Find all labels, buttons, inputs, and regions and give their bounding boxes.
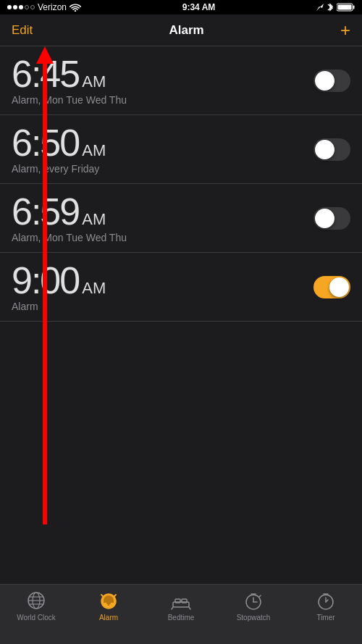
alarm-time-digits: 9:00	[12, 262, 79, 299]
svg-line-20	[172, 607, 173, 609]
alarm-item[interactable]: 6:59 AM Alarm, Mon Tue Wed Thu	[0, 184, 362, 253]
toggle-knob	[315, 209, 334, 228]
tab-world-clock[interactable]: World Clock	[0, 590, 72, 622]
battery-icon	[337, 3, 355, 12]
status-left: Verizon	[7, 2, 81, 12]
alarm-time: 6:59 AM	[12, 193, 313, 230]
alarm-label: Alarm, every Friday	[12, 163, 313, 175]
alarm-info: 6:45 AM Alarm, Mon Tue Wed Thu	[12, 55, 313, 106]
alarm-toggle[interactable]	[313, 138, 350, 161]
toggle-knob	[315, 140, 334, 159]
dot-3	[19, 5, 23, 9]
stopwatch-icon	[243, 590, 264, 611]
bedtime-label: Bedtime	[168, 614, 195, 622]
svg-line-21	[189, 607, 190, 609]
svg-line-27	[259, 595, 261, 597]
alarm-time: 6:45 AM	[12, 55, 313, 93]
bluetooth-icon	[327, 2, 334, 12]
alarm-label: Alarm, Mon Tue Wed Thu	[12, 232, 313, 243]
alarm-ampm: AM	[82, 210, 106, 229]
tab-stopwatch[interactable]: Stopwatch	[217, 590, 290, 622]
bedtime-icon	[171, 590, 191, 611]
edit-button[interactable]: Edit	[12, 23, 33, 38]
alarm-item[interactable]: 6:45 AM Alarm, Mon Tue Wed Thu	[0, 46, 362, 115]
status-right	[316, 2, 355, 12]
alarm-toggle[interactable]	[313, 207, 350, 230]
page-title: Alarm	[169, 23, 204, 38]
add-alarm-button[interactable]: +	[340, 22, 350, 39]
alarm-time: 6:50 AM	[12, 124, 313, 162]
svg-rect-3	[337, 5, 351, 10]
timer-icon	[316, 590, 336, 611]
alarm-toggle[interactable]	[313, 70, 350, 92]
tab-bedtime[interactable]: Bedtime	[145, 590, 217, 622]
alarm-label: Alarm, Mon Tue Wed Thu	[12, 94, 313, 106]
alarm-time-digits: 6:45	[12, 55, 79, 93]
alarm-ampm: AM	[82, 141, 106, 160]
stopwatch-label: Stopwatch	[237, 614, 271, 622]
svg-line-15	[101, 595, 104, 597]
svg-line-16	[114, 595, 116, 597]
alarm-ampm: AM	[82, 72, 106, 91]
alarm-time-digits: 6:50	[12, 124, 79, 162]
alarm-time: 9:00 AM	[12, 262, 313, 299]
svg-rect-19	[182, 599, 187, 603]
tab-alarm[interactable]: Alarm	[72, 590, 145, 622]
dot-4	[25, 5, 29, 9]
dot-2	[13, 5, 17, 9]
toggle-knob	[329, 277, 349, 297]
signal-strength	[7, 5, 35, 9]
alarm-tab-label: Alarm	[99, 614, 118, 622]
svg-marker-0	[316, 4, 324, 11]
svg-rect-18	[175, 599, 180, 603]
status-time: 9:34 AM	[182, 2, 216, 12]
dot-5	[30, 5, 35, 9]
alarm-time-digits: 6:59	[12, 193, 79, 230]
alarm-info: 6:50 AM Alarm, every Friday	[12, 124, 313, 175]
alarm-item[interactable]: 6:50 AM Alarm, every Friday	[0, 115, 362, 184]
timer-label: Timer	[316, 614, 334, 622]
location-icon	[316, 4, 324, 11]
tab-timer[interactable]: Timer	[290, 590, 362, 622]
alarm-ampm: AM	[82, 279, 106, 298]
toggle-knob	[315, 71, 334, 91]
svg-rect-2	[353, 6, 354, 9]
world-clock-label: World Clock	[17, 614, 56, 622]
wifi-icon	[70, 3, 81, 12]
tab-bar: World Clock Alarm	[0, 584, 362, 644]
alarm-info: 6:59 AM Alarm, Mon Tue Wed Thu	[12, 193, 313, 243]
alarm-icon	[98, 590, 119, 611]
alarm-list: 6:45 AM Alarm, Mon Tue Wed Thu 6:50 AM A…	[0, 46, 362, 584]
alarm-toggle[interactable]	[313, 276, 350, 298]
world-clock-icon	[26, 590, 46, 611]
carrier-label: Verizon	[38, 2, 67, 12]
alarm-item[interactable]: 9:00 AM Alarm	[0, 253, 362, 322]
dot-1	[7, 5, 12, 9]
nav-bar: Edit Alarm +	[0, 14, 362, 46]
alarm-info: 9:00 AM Alarm	[12, 262, 313, 312]
status-bar: Verizon 9:34 AM	[0, 0, 362, 14]
alarm-label: Alarm	[12, 301, 313, 312]
svg-point-14	[108, 603, 110, 606]
